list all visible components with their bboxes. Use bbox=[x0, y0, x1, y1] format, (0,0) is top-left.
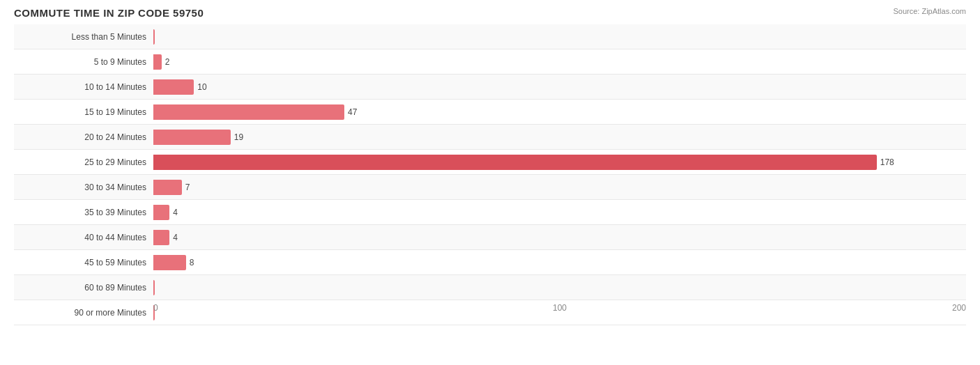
chart-area: Less than 5 Minutes5 to 9 Minutes210 to … bbox=[14, 24, 966, 324]
bar-area: 4 bbox=[153, 225, 966, 249]
bar-area: 19 bbox=[153, 125, 966, 149]
bar-value-label: 47 bbox=[348, 107, 357, 117]
row-label: 25 to 29 Minutes bbox=[14, 157, 153, 167]
bar: 2 bbox=[153, 54, 162, 70]
row-label: 15 to 19 Minutes bbox=[14, 107, 153, 117]
bar-row: 15 to 19 Minutes47 bbox=[14, 100, 966, 125]
bar-row: 60 to 89 Minutes bbox=[14, 275, 966, 300]
bar: 8 bbox=[153, 255, 186, 270]
row-label: 35 to 39 Minutes bbox=[14, 208, 153, 217]
bar: 47 bbox=[153, 104, 344, 120]
bar-row: 30 to 34 Minutes7 bbox=[14, 175, 966, 200]
x-axis-tick: 200 bbox=[952, 303, 966, 313]
row-label: 30 to 34 Minutes bbox=[14, 182, 153, 192]
bar-row: 35 to 39 Minutes4 bbox=[14, 200, 966, 225]
row-label: 10 to 14 Minutes bbox=[14, 82, 153, 92]
bar-value-label: 2 bbox=[165, 57, 170, 67]
row-label: 90 or more Minutes bbox=[14, 308, 153, 318]
bar-row: 25 to 29 Minutes178 bbox=[14, 150, 966, 175]
bar: 19 bbox=[153, 130, 231, 145]
bar-value-label: 178 bbox=[880, 157, 894, 167]
bar-area: 7 bbox=[153, 175, 966, 199]
bar-value-label: 19 bbox=[234, 132, 243, 142]
bar-value-label: 10 bbox=[197, 82, 206, 92]
row-label: 60 to 89 Minutes bbox=[14, 283, 153, 293]
row-label: 40 to 44 Minutes bbox=[14, 233, 153, 242]
bar-area: 178 bbox=[153, 150, 966, 174]
rows-container: Less than 5 Minutes5 to 9 Minutes210 to … bbox=[14, 24, 966, 303]
bar bbox=[153, 280, 155, 295]
bar: 10 bbox=[153, 79, 194, 95]
row-label: 45 to 59 Minutes bbox=[14, 258, 153, 267]
bar-value-label: 7 bbox=[185, 182, 190, 192]
bar-area: 47 bbox=[153, 100, 966, 124]
chart-title: COMMUTE TIME IN ZIP CODE 59750 bbox=[14, 7, 966, 19]
chart-container: COMMUTE TIME IN ZIP CODE 59750 Source: Z… bbox=[0, 0, 980, 365]
bar-row: 20 to 24 Minutes19 bbox=[14, 125, 966, 150]
bar-row: 40 to 44 Minutes4 bbox=[14, 225, 966, 250]
bar-row: Less than 5 Minutes bbox=[14, 24, 966, 49]
bar: 7 bbox=[153, 180, 182, 195]
bar-value-label: 4 bbox=[173, 208, 178, 217]
bar-row: 10 to 14 Minutes10 bbox=[14, 75, 966, 100]
bar: 4 bbox=[153, 205, 169, 220]
row-label: 5 to 9 Minutes bbox=[14, 57, 153, 67]
bar-area: 2 bbox=[153, 49, 966, 74]
bar-row: 45 to 59 Minutes8 bbox=[14, 250, 966, 275]
bar: 178 bbox=[153, 155, 877, 170]
row-label: 20 to 24 Minutes bbox=[14, 132, 153, 142]
bar-area bbox=[153, 24, 966, 49]
bar-area: 8 bbox=[153, 250, 966, 274]
row-label: Less than 5 Minutes bbox=[14, 32, 153, 42]
bar-value-label: 8 bbox=[190, 258, 194, 267]
bar: 4 bbox=[153, 230, 169, 245]
bar-area bbox=[153, 275, 966, 300]
bar-area: 10 bbox=[153, 75, 966, 99]
x-axis-tick: 0 bbox=[153, 303, 158, 313]
source-text: Source: ZipAtlas.com bbox=[893, 7, 966, 15]
bar-area: 4 bbox=[153, 200, 966, 224]
bar-row: 5 to 9 Minutes2 bbox=[14, 49, 966, 75]
bar bbox=[153, 29, 155, 45]
bar-value-label: 4 bbox=[173, 233, 178, 242]
x-axis-tick: 100 bbox=[553, 303, 567, 313]
x-axis: 0100200 bbox=[153, 303, 966, 324]
